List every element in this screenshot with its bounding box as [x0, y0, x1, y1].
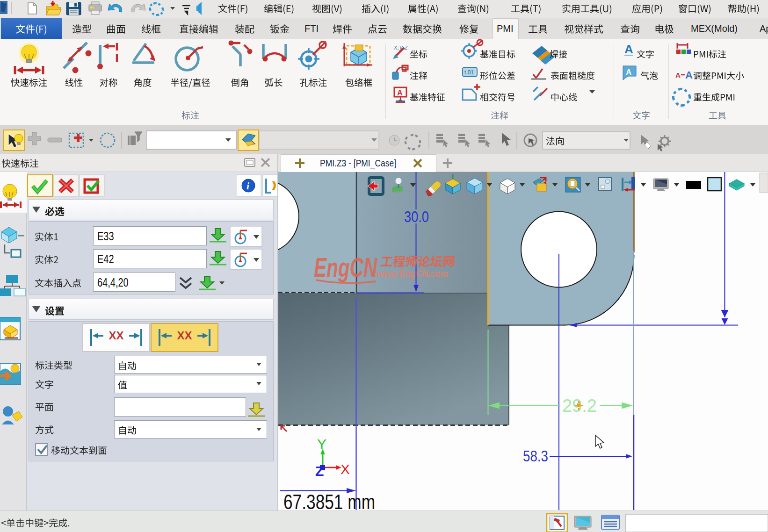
svg-text:A: A — [685, 69, 693, 81]
svg-text:A: A — [675, 71, 681, 79]
svg-text:67.3851 mm: 67.3851 mm — [283, 490, 375, 511]
svg-text:i: i — [246, 180, 250, 192]
svg-text:PMI.Z3 - [PMI_Case]: PMI.Z3 - [PMI_Case] — [320, 158, 396, 169]
svg-text:A: A — [397, 89, 403, 97]
svg-text:X: X — [341, 461, 350, 477]
svg-text:x,y,z: x,y,z — [393, 43, 408, 51]
svg-text:Z: Z — [315, 463, 324, 479]
svg-text:XX: XX — [177, 329, 192, 342]
svg-text:XX: XX — [109, 329, 123, 342]
svg-text:A: A — [626, 68, 631, 77]
svg-text:www.EngCN.com: www.EngCN.com — [377, 268, 448, 279]
svg-text:58.3: 58.3 — [523, 447, 548, 465]
svg-text:Y: Y — [317, 436, 326, 452]
svg-text:t.01: t.01 — [464, 69, 474, 76]
svg-text:A: A — [624, 42, 633, 56]
svg-text:30.0: 30.0 — [404, 208, 429, 225]
